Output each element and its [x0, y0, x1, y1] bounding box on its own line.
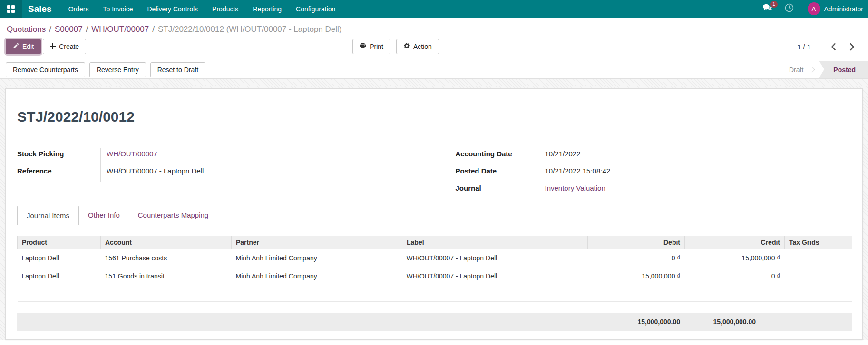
page-title: STJ/2022/10/0012: [17, 109, 851, 125]
breadcrumb: Quotations/S00007/WH/OUT/00007/STJ/2022/…: [7, 25, 861, 34]
apps-grid-icon: [7, 5, 15, 13]
notebook-tabs: Journal Items Other Info Counterparts Ma…: [17, 206, 851, 225]
col-partner[interactable]: Partner: [232, 236, 402, 249]
create-button[interactable]: Create: [43, 39, 86, 54]
pager-previous-button[interactable]: [824, 41, 843, 53]
plus-icon: [50, 42, 56, 51]
tab-other-info[interactable]: Other Info: [79, 206, 129, 225]
col-product[interactable]: Product: [18, 236, 101, 249]
edit-button[interactable]: Edit: [6, 39, 41, 54]
col-credit[interactable]: Credit: [685, 236, 785, 249]
user-name[interactable]: Administrator: [824, 5, 863, 13]
action-button[interactable]: Action: [396, 39, 439, 54]
menu-configuration[interactable]: Configuration: [289, 0, 342, 18]
field-group-right: Accounting Date 10/21/2022 Posted Date 1…: [456, 148, 851, 199]
table-row-empty[interactable]: [18, 285, 852, 302]
table-header-row: Product Account Partner Label Debit Cred…: [18, 236, 852, 249]
messages-button[interactable]: 1: [756, 0, 779, 18]
workflow-bar: Remove Counterparts Reverse Entry Reset …: [0, 59, 868, 79]
breadcrumb-bar: Quotations/S00007/WH/OUT/00007/STJ/2022/…: [0, 18, 868, 38]
statusbar: Draft Posted: [780, 61, 868, 78]
journal-link[interactable]: Inventory Valuation: [545, 184, 605, 192]
breadcrumb-current: STJ/2022/10/0012 (WH/OUT/00007 - Laptopn…: [158, 25, 341, 34]
tab-journal-items[interactable]: Journal Items: [17, 206, 79, 225]
menu-reporting[interactable]: Reporting: [245, 0, 289, 18]
print-action-buttons: Print Action: [352, 39, 439, 54]
remove-counterparts-button[interactable]: Remove Counterparts: [6, 62, 85, 77]
journal-items-table: Product Account Partner Label Debit Cred…: [17, 236, 852, 302]
menu-delivery-controls[interactable]: Delivery Controls: [140, 0, 205, 18]
field-reference: Reference WH/OUT/00007 - Laptopn Dell: [17, 165, 413, 182]
status-posted: Posted: [819, 61, 868, 78]
field-groups: Stock Picking WH/OUT/00007 Reference WH/…: [17, 148, 851, 199]
pager-next-button[interactable]: [843, 41, 861, 53]
navbar-right: 1 A Administrator: [756, 0, 868, 18]
field-posted-date: Posted Date 10/21/2022 15:08:42: [456, 165, 851, 182]
breadcrumb-wh-out[interactable]: WH/OUT/00007: [91, 25, 149, 34]
gear-icon: [403, 42, 410, 51]
status-arrow-icon: [809, 67, 815, 73]
reset-to-draft-button[interactable]: Reset to Draft: [150, 62, 205, 77]
breadcrumb-separator: /: [149, 25, 158, 34]
pencil-icon: [13, 42, 19, 51]
printer-icon: [360, 42, 366, 51]
field-accounting-date: Accounting Date 10/21/2022: [456, 148, 851, 165]
top-navbar: Sales Orders To Invoice Delivery Control…: [0, 0, 868, 18]
field-stock-picking: Stock Picking WH/OUT/00007: [17, 148, 413, 165]
pager: 1 / 1: [797, 41, 861, 53]
field-group-left: Stock Picking WH/OUT/00007 Reference WH/…: [17, 148, 413, 199]
apps-menu-button[interactable]: [0, 0, 22, 18]
pager-count: 1 / 1: [797, 43, 811, 51]
col-tax-grids[interactable]: Tax Grids: [785, 236, 852, 249]
stock-picking-link[interactable]: WH/OUT/00007: [107, 150, 157, 158]
print-button[interactable]: Print: [352, 39, 390, 54]
col-label[interactable]: Label: [402, 236, 588, 249]
form-view-background: STJ/2022/10/0012 Stock Picking WH/OUT/00…: [0, 79, 868, 340]
breadcrumb-s00007[interactable]: S00007: [55, 25, 83, 34]
credit-total: 15,000,000.00: [684, 313, 784, 331]
user-avatar[interactable]: A: [808, 2, 820, 15]
control-bar: Edit Create Print Action 1 / 1: [0, 38, 868, 59]
reverse-entry-button[interactable]: Reverse Entry: [89, 62, 146, 77]
workflow-buttons: Remove Counterparts Reverse Entry Reset …: [6, 62, 205, 77]
record-buttons: Edit Create: [6, 39, 86, 54]
tab-counterparts-mapping[interactable]: Counterparts Mapping: [129, 206, 217, 225]
breadcrumb-separator: /: [83, 25, 92, 34]
debit-total: 15,000,000.00: [587, 313, 684, 331]
activities-button[interactable]: [779, 0, 800, 18]
message-count-badge: 1: [770, 1, 778, 8]
clock-icon: [785, 3, 794, 14]
main-menu: Orders To Invoice Delivery Controls Prod…: [61, 0, 343, 18]
field-journal: Journal Inventory Valuation: [456, 182, 851, 199]
menu-products[interactable]: Products: [205, 0, 245, 18]
totals-row: 15,000,000.00 15,000,000.00: [17, 313, 852, 331]
col-account[interactable]: Account: [101, 236, 232, 249]
breadcrumb-quotations[interactable]: Quotations: [7, 25, 46, 34]
form-sheet: STJ/2022/10/0012 Stock Picking WH/OUT/00…: [5, 88, 863, 340]
status-draft[interactable]: Draft: [780, 61, 810, 78]
app-brand[interactable]: Sales: [22, 0, 61, 18]
table-row[interactable]: Laptopn Dell 151 Goods in transit Minh A…: [18, 267, 852, 285]
breadcrumb-separator: /: [46, 25, 55, 34]
table-row[interactable]: Laptopn Dell 1561 Purchase costs Minh An…: [18, 249, 852, 267]
menu-to-invoice[interactable]: To Invoice: [96, 0, 140, 18]
col-debit[interactable]: Debit: [588, 236, 685, 249]
menu-orders[interactable]: Orders: [61, 0, 96, 18]
